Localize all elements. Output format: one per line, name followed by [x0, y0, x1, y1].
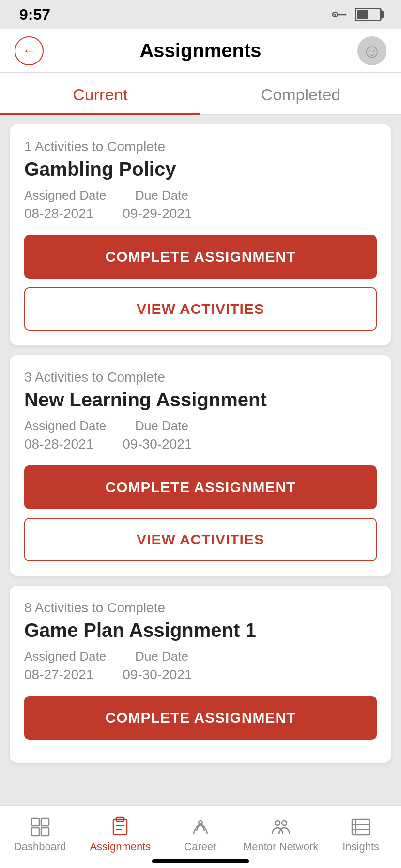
- svg-point-13: [275, 821, 280, 825]
- avatar[interactable]: ☺: [357, 36, 386, 65]
- svg-point-3: [345, 14, 347, 16]
- nav-label-assignments: Assignments: [90, 840, 151, 853]
- user-icon: ☺: [362, 41, 382, 61]
- nav-item-mentor-network[interactable]: Mentor Network: [241, 806, 321, 868]
- view-activities-button-1[interactable]: VIEW ACTIVITIES: [24, 287, 377, 331]
- assignment-card-2: 3 Activities to Complete New Learning As…: [10, 355, 391, 576]
- nav-item-insights[interactable]: Insights: [321, 806, 401, 868]
- insights-icon: [350, 816, 371, 837]
- mentor-icon: [270, 816, 292, 837]
- assigned-date-label-3: Assigned Date: [24, 649, 106, 664]
- assigned-date-value-3: 08-27-2021: [24, 667, 93, 682]
- status-bar: 9:57: [0, 0, 401, 29]
- dates-values-3: 08-27-2021 09-30-2021: [24, 667, 377, 682]
- svg-point-12: [199, 821, 202, 824]
- activities-count-1: 1 Activities to Complete: [24, 139, 377, 155]
- assigned-date-label-2: Assigned Date: [24, 418, 106, 434]
- svg-point-14: [282, 821, 287, 825]
- activities-count-3: 8 Activities to Complete: [24, 600, 377, 616]
- due-date-label-1: Due Date: [135, 188, 188, 203]
- dates-labels-1: Assigned Date Due Date: [24, 188, 377, 203]
- bottom-nav: Dashboard Assignments Career Mentor Netw…: [0, 805, 401, 868]
- svg-rect-6: [31, 828, 39, 836]
- due-date-value-1: 09-29-2021: [123, 206, 192, 221]
- dates-labels-2: Assigned Date Due Date: [24, 418, 377, 434]
- nav-label-mentor-network: Mentor Network: [243, 840, 318, 853]
- nav-label-career: Career: [184, 840, 216, 853]
- nav-item-assignments[interactable]: Assignments: [80, 806, 161, 868]
- dates-labels-3: Assigned Date Due Date: [24, 649, 377, 664]
- tab-current[interactable]: Current: [0, 73, 200, 114]
- nav-item-dashboard[interactable]: Dashboard: [0, 806, 80, 868]
- dates-values-1: 08-28-2021 09-29-2021: [24, 206, 377, 221]
- assigned-date-label-1: Assigned Date: [24, 188, 106, 203]
- svg-point-1: [334, 14, 336, 16]
- activities-count-2: 3 Activities to Complete: [24, 370, 377, 385]
- complete-assignment-button-2[interactable]: COMPLETE ASSIGNMENT: [24, 465, 377, 509]
- assignment-title-3: Game Plan Assignment 1: [24, 620, 377, 641]
- view-activities-button-2[interactable]: VIEW ACTIVITIES: [24, 518, 377, 561]
- assignment-card-1: 1 Activities to Complete Gambling Policy…: [10, 124, 391, 345]
- svg-rect-5: [41, 818, 49, 826]
- dates-values-2: 08-28-2021 09-30-2021: [24, 436, 377, 452]
- career-icon: [190, 816, 211, 837]
- assignment-title-1: Gambling Policy: [24, 158, 377, 180]
- svg-rect-15: [352, 819, 370, 835]
- due-date-value-2: 09-30-2021: [123, 436, 192, 452]
- status-time: 9:57: [19, 6, 50, 24]
- assigned-date-value-2: 08-28-2021: [24, 436, 93, 452]
- back-arrow-icon: ←: [22, 44, 36, 58]
- page-title: Assignments: [139, 40, 261, 62]
- back-button[interactable]: ←: [15, 36, 44, 65]
- tabs: Current Completed: [0, 73, 401, 115]
- assignment-card-3: 8 Activities to Complete Game Plan Assig…: [10, 586, 391, 763]
- nav-label-dashboard: Dashboard: [14, 840, 66, 853]
- nav-label-insights: Insights: [342, 840, 379, 853]
- assignment-title-2: New Learning Assignment: [24, 389, 377, 411]
- complete-assignment-button-3[interactable]: COMPLETE ASSIGNMENT: [24, 696, 377, 740]
- svg-rect-4: [31, 818, 39, 826]
- complete-assignment-button-1[interactable]: COMPLETE ASSIGNMENT: [24, 235, 377, 279]
- svg-rect-7: [41, 828, 49, 836]
- assignments-icon: [109, 816, 131, 837]
- content-area: 1 Activities to Complete Gambling Policy…: [0, 115, 401, 850]
- due-date-label-3: Due Date: [135, 649, 188, 664]
- dashboard-icon: [30, 816, 51, 837]
- assigned-date-value-1: 08-28-2021: [24, 206, 93, 221]
- home-indicator: [152, 859, 249, 863]
- battery-icon: [355, 8, 382, 21]
- nav-item-career[interactable]: Career: [160, 806, 241, 868]
- tab-completed[interactable]: Completed: [200, 73, 401, 114]
- status-icons: [331, 8, 382, 21]
- signal-icon: [331, 9, 349, 20]
- due-date-label-2: Due Date: [135, 418, 188, 434]
- due-date-value-3: 09-30-2021: [123, 667, 192, 682]
- header: ← Assignments ☺: [0, 29, 401, 73]
